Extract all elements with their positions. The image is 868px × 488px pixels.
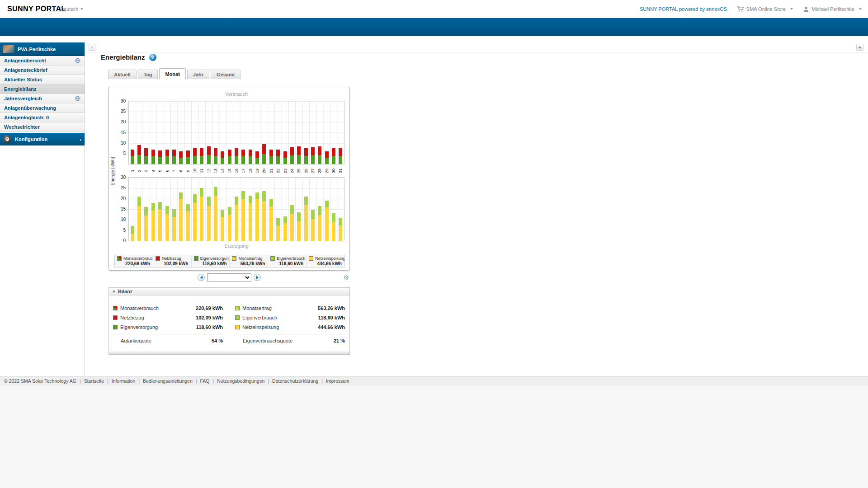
triangle-down-icon: ▼ <box>112 290 116 294</box>
top-bar: SUNNY PORTAL Deutsch SUNNY PORTAL powere… <box>0 0 868 18</box>
bar-netzeinspeisung <box>249 203 252 241</box>
bilanz-title: Bilanz <box>118 289 132 294</box>
plant-header[interactable]: PVA-Perlitschke <box>0 42 85 56</box>
bilanz-total-eigenverbrauchsquote: Eigenverbrauchsquote21 % <box>235 336 345 346</box>
bilanz-footer-strip <box>109 350 349 354</box>
bar-eigenverbrauch <box>297 212 301 221</box>
y-tick-label: 25 <box>109 109 126 114</box>
sidebar-item-anlagenlogbuch-0[interactable]: Anlagenlogbuch: 0 <box>0 113 85 122</box>
footer-link-startseite[interactable]: Startseite <box>84 378 104 384</box>
footer-separator: | <box>213 378 214 384</box>
chart-card: Verbrauch Energie [kWh] 1234567891011121… <box>108 87 350 271</box>
bar-netzeinspeisung <box>283 223 287 241</box>
bilanz-row-monatsertrag: Monatsertrag563,26 kWh <box>235 303 345 313</box>
legend-value: 444,66 kWh <box>309 261 343 266</box>
period-pager: ⚙ <box>108 273 350 282</box>
bar-netzbezug <box>186 150 190 157</box>
sidebar-item-label: Anlagensteckbrief <box>4 67 80 73</box>
footer-link-impressum[interactable]: Impressum <box>326 378 349 384</box>
bar-eigenversorgung <box>214 156 217 164</box>
bilanz-row-netzeinspeisung: Netzeinspeisung444,66 kWh <box>235 322 345 332</box>
next-month-button[interactable] <box>254 274 261 281</box>
scroll-up-button[interactable] <box>856 44 863 51</box>
bar-eigenversorgung <box>339 156 342 164</box>
y-tick-label: 20 <box>109 196 126 202</box>
x-axis-day-labels: 1234567891011121314151617181920212223242… <box>128 164 344 177</box>
bar-eigenverbrauch <box>269 199 273 206</box>
bilanz-row-monatsverbrauch: Monatsverbrauch220,69 kWh <box>113 303 223 313</box>
bar-eigenverbrauch <box>249 196 252 203</box>
bar-eigenversorgung <box>151 156 155 164</box>
bar-eigenversorgung <box>235 156 238 164</box>
bar-netzbezug <box>269 150 273 157</box>
arrow-right-icon <box>256 276 259 279</box>
legend-item-eigenverbrauch: Eigenverbrauch118,60 kWh <box>268 255 307 267</box>
powered-by-link[interactable]: SUNNY PORTAL powered by ennexOS <box>640 6 727 12</box>
bar-netzeinspeisung <box>228 215 231 241</box>
footer-link-information[interactable]: Information <box>112 378 136 384</box>
chart-settings-gear-icon[interactable]: ⚙ <box>343 273 349 282</box>
bar-eigenversorgung <box>193 156 197 164</box>
chevron-down-icon <box>790 8 793 10</box>
bar-netzbezug <box>318 146 321 155</box>
bilanz-swatch-netzbezug <box>113 315 118 320</box>
y-tick-label: 20 <box>109 119 126 125</box>
sidebar-item-jahresvergleich[interactable]: Jahresvergleich <box>0 94 85 103</box>
top-right-cluster: SUNNY PORTAL powered by ennexOS SMA Onli… <box>640 0 862 18</box>
bar-eigenversorgung <box>165 156 169 164</box>
bar-netzeinspeisung <box>325 207 329 241</box>
tab-jahr[interactable]: Jahr <box>187 70 209 79</box>
sidebar-item-anlagensteckbrief[interactable]: Anlagensteckbrief <box>0 66 85 75</box>
footer-link-faq[interactable]: FAQ <box>200 378 209 384</box>
bilanz-header[interactable]: ▼ Bilanz <box>109 288 349 296</box>
language-selector[interactable]: Deutsch <box>60 6 83 12</box>
bar-netzeinspeisung <box>186 211 190 241</box>
y-tick-label: 15 <box>109 130 126 136</box>
previous-month-button[interactable] <box>198 274 205 281</box>
sidebar-item-anlagen-bersicht[interactable]: Anlagenübersicht <box>0 56 85 66</box>
legend-item-monatsertrag: Monatsertrag563,26 kWh <box>230 255 268 267</box>
tab-tag[interactable]: Tag <box>138 70 158 79</box>
sma-online-store-link[interactable]: SMA Online Store <box>737 6 793 12</box>
chevron-right-icon: › <box>80 136 81 143</box>
bar-eigenverbrauch <box>318 206 321 215</box>
tab-monat[interactable]: Monat <box>159 68 185 79</box>
sidebar-item-label: Wechselrichter <box>4 124 80 130</box>
sidebar-item-wechselrichter[interactable]: Wechselrichter <box>0 122 85 132</box>
sidebar-collapse-button[interactable]: ‹ <box>89 44 95 51</box>
y-tick-label: 25 <box>109 185 126 191</box>
tab-gesamt[interactable]: Gesamt <box>211 70 241 79</box>
bilanz-row-value: 444,66 kWh <box>318 324 345 330</box>
bar-netzbezug <box>283 151 287 157</box>
help-icon[interactable]: ? <box>149 54 156 61</box>
language-label: Deutsch <box>60 6 78 12</box>
bar-eigenversorgung <box>297 155 301 164</box>
bilanz-row-value: 118,60 kWh <box>196 324 223 330</box>
month-select[interactable] <box>207 273 251 282</box>
bar-netzeinspeisung <box>214 196 217 241</box>
legend-swatch-monatsverbrauch <box>117 256 122 261</box>
footer-link-datenschutzerkl-rung[interactable]: Datenschutzerklärung <box>272 378 318 384</box>
bar-eigenversorgung <box>304 156 308 164</box>
bilanz-swatch-monatsverbrauch <box>113 306 118 310</box>
user-menu[interactable]: Michael Perlitschke <box>803 6 862 12</box>
bilanz-row-eigenversorgung: Eigenversorgung118,60 kWh <box>113 322 223 332</box>
bar-netzeinspeisung <box>131 234 134 241</box>
bar-eigenversorgung <box>255 158 259 164</box>
bar-eigenverbrauch <box>179 192 183 199</box>
footer-link-bedienungsanleitungen[interactable]: Bedienungsanleitungen <box>143 378 193 384</box>
footer-link-nutzungsbedingungen[interactable]: Nutzungsbedingungen <box>217 378 264 384</box>
sidebar-item-anlagen-berwachung[interactable]: Anlagenüberwachung <box>0 103 85 113</box>
sidebar-item-energiebilanz[interactable]: Energiebilanz <box>0 84 85 94</box>
legend-label: Netzbezug <box>162 256 181 261</box>
sidebar-item-aktueller-status[interactable]: Aktueller Status <box>0 75 85 84</box>
sidebar-item-konfiguration[interactable]: ⚙ Konfiguration › <box>0 133 85 145</box>
legend-label-row: Netzbezug <box>156 256 189 261</box>
legend-label: Eigenversorgung <box>200 256 230 261</box>
bar-netzeinspeisung <box>151 211 155 241</box>
bar-netzeinspeisung <box>200 197 203 241</box>
plot-verbrauch <box>128 101 344 164</box>
bar-eigenversorgung <box>249 156 252 164</box>
tab-aktuell[interactable]: Aktuell <box>108 70 137 79</box>
bar-eigenversorgung <box>276 156 280 164</box>
